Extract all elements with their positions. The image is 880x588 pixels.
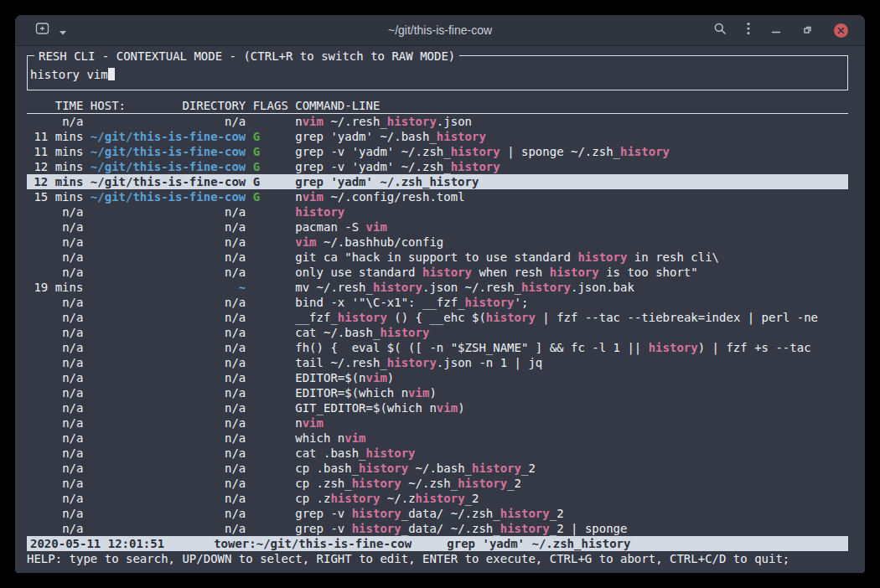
- row-flags: [253, 506, 288, 521]
- row-command: only use standard history when resh hist…: [295, 265, 848, 280]
- row-directory: n/a: [91, 250, 246, 265]
- command-text: ~/.config/resh.toml: [324, 190, 465, 204]
- history-row[interactable]: n/an/anvim ~/.resh_history.json: [27, 114, 848, 129]
- row-time: n/a: [27, 476, 83, 491]
- row-flags: G: [253, 174, 288, 189]
- search-query-text: history vim: [30, 68, 108, 81]
- row-flags: [253, 476, 288, 491]
- help-line: HELP: type to search, UP/DOWN to select,…: [27, 551, 848, 566]
- history-rows: n/an/anvim ~/.resh_history.json11 mins~/…: [27, 114, 848, 536]
- restore-button[interactable]: [802, 23, 814, 39]
- row-time: n/a: [27, 415, 83, 431]
- row-command: EDITOR=$(which nvim): [295, 385, 848, 400]
- row-flags: [253, 355, 288, 370]
- history-row[interactable]: n/an/avim ~/.bashhub/config: [27, 235, 848, 250]
- command-text: _2: [507, 477, 521, 490]
- history-row[interactable]: n/an/a__fzf_history () { __ehc $(history…: [27, 310, 848, 325]
- history-row[interactable]: n/an/anvim: [27, 415, 848, 431]
- match-highlight: history: [472, 462, 521, 475]
- command-text: grep -v: [295, 507, 351, 520]
- history-row[interactable]: n/an/acat .bash_history: [27, 446, 848, 461]
- history-row[interactable]: n/an/acp .zsh_history ~/.zsh_history_2: [27, 476, 848, 491]
- row-directory: n/a: [91, 340, 246, 355]
- history-row[interactable]: 11 mins~/git/this-is-fine-cowGgrep -v 'y…: [27, 144, 848, 159]
- resh-mode-title: RESH CLI - CONTEXTUAL MODE - (CTRL+R to …: [34, 49, 459, 64]
- history-row[interactable]: n/an/acp .bash_history ~/.bash_history_2: [27, 461, 848, 476]
- row-directory: n/a: [91, 204, 246, 219]
- menu-button[interactable]: [747, 22, 750, 39]
- match-highlight: vim: [437, 401, 458, 415]
- row-time: n/a: [27, 355, 83, 370]
- row-command: vim ~/.bashhub/config: [295, 235, 848, 250]
- history-row[interactable]: n/an/aonly use standard history when res…: [27, 265, 848, 280]
- search-icon: [713, 22, 727, 39]
- match-highlight: history: [373, 281, 422, 294]
- row-flags: [253, 400, 288, 415]
- match-highlight: history: [330, 492, 380, 505]
- search-input[interactable]: history vim: [30, 67, 841, 82]
- match-highlight: vim: [295, 235, 316, 249]
- dropdown-caret-icon: [59, 23, 67, 39]
- history-row[interactable]: n/an/acat ~/.bash_history: [27, 325, 848, 340]
- command-text: ~/.bash_: [408, 462, 472, 475]
- minimize-button[interactable]: [770, 23, 782, 39]
- command-text: _data/ ~/.zsh_: [401, 522, 500, 535]
- row-flags: [253, 295, 288, 310]
- row-time: n/a: [27, 265, 83, 280]
- close-button[interactable]: [834, 23, 848, 38]
- new-tab-button[interactable]: [35, 22, 50, 39]
- status-location: tower:~/git/this-is-fine-cow: [214, 537, 412, 550]
- history-row[interactable]: n/an/apacman -S vim: [27, 219, 848, 235]
- history-row[interactable]: n/an/afh() { eval $( ([ -n "$ZSH_NAME" ]…: [27, 340, 848, 355]
- history-row[interactable]: 15 mins~/git/this-is-fine-cowGnvim ~/.co…: [27, 189, 848, 204]
- row-flags: [253, 461, 288, 476]
- match-highlight: history: [387, 356, 437, 369]
- row-time: n/a: [27, 461, 83, 476]
- command-text: _2: [465, 492, 479, 505]
- row-directory: n/a: [91, 400, 246, 415]
- history-row[interactable]: n/an/agrep -v history_data/ ~/.zsh_histo…: [27, 506, 848, 521]
- match-highlight: history: [577, 250, 627, 264]
- command-text: ';: [515, 296, 529, 309]
- command-text: _2: [550, 507, 564, 520]
- match-highlight: history: [500, 507, 550, 520]
- history-row[interactable]: 19 mins~mv ~/.resh_history.json ~/.resh_…: [27, 280, 848, 295]
- history-row[interactable]: n/an/awhich nvim: [27, 431, 848, 446]
- row-flags: [253, 385, 288, 400]
- row-command: mv ~/.resh_history.json ~/.resh_history.…: [295, 280, 848, 295]
- history-row[interactable]: n/an/agrep -v history_data/ ~/.zsh_histo…: [27, 521, 848, 536]
- new-tab-dropdown-button[interactable]: [59, 23, 67, 39]
- history-row[interactable]: n/an/acp .zhistory ~/.zhistory_2: [27, 491, 848, 506]
- row-time: n/a: [27, 340, 83, 355]
- match-highlight: history: [451, 160, 500, 173]
- history-row-selected[interactable]: 12 mins~/git/this-is-fine-cowGgrep 'yadm…: [27, 174, 848, 189]
- history-row[interactable]: n/an/aGIT_EDITOR=$(which nvim): [27, 400, 848, 415]
- command-text: ~/.bashhub/config: [317, 235, 444, 249]
- command-text: n: [295, 115, 302, 128]
- command-text: EDITOR=$(which n: [295, 386, 408, 400]
- match-highlight: history: [451, 145, 500, 158]
- row-command: grep 'yadm' ~/.zsh_history: [295, 174, 848, 189]
- command-text: EDITOR=$(n: [295, 371, 365, 384]
- row-command: EDITOR=$(nvim): [295, 370, 848, 385]
- row-directory: ~/git/this-is-fine-cow: [91, 129, 246, 144]
- row-time: n/a: [27, 295, 83, 310]
- history-row[interactable]: n/an/agit ca "hack in support to use sta…: [27, 250, 848, 265]
- row-flags: [253, 415, 288, 431]
- row-time: n/a: [27, 235, 83, 250]
- history-row[interactable]: n/an/aEDITOR=$(nvim): [27, 370, 848, 385]
- search-button[interactable]: [713, 22, 727, 39]
- command-text: ~/.resh_: [324, 115, 387, 128]
- row-command: fh() { eval $( ([ -n "$ZSH_NAME" ] && fc…: [295, 340, 848, 355]
- table-header: TIME HOST:DIRECTORY FLAGS COMMAND-LINE: [27, 98, 848, 114]
- new-tab-icon: [35, 22, 50, 39]
- history-row[interactable]: n/an/abind -x '"\C-x1": __fzf_history';: [27, 295, 848, 310]
- row-flags: G: [253, 159, 288, 174]
- history-row[interactable]: n/an/atail ~/.resh_history.json -n 1 | j…: [27, 355, 848, 370]
- history-row[interactable]: n/an/ahistory: [27, 204, 848, 219]
- history-row[interactable]: n/an/aEDITOR=$(which nvim): [27, 385, 848, 400]
- row-command: __fzf_history () { __ehc $(history | fzf…: [295, 310, 848, 325]
- history-row[interactable]: 11 mins~/git/this-is-fine-cowGgrep 'yadm…: [27, 129, 848, 144]
- match-highlight: history: [352, 477, 401, 490]
- history-row[interactable]: 12 mins~/git/this-is-fine-cowGgrep -v 'y…: [27, 159, 848, 174]
